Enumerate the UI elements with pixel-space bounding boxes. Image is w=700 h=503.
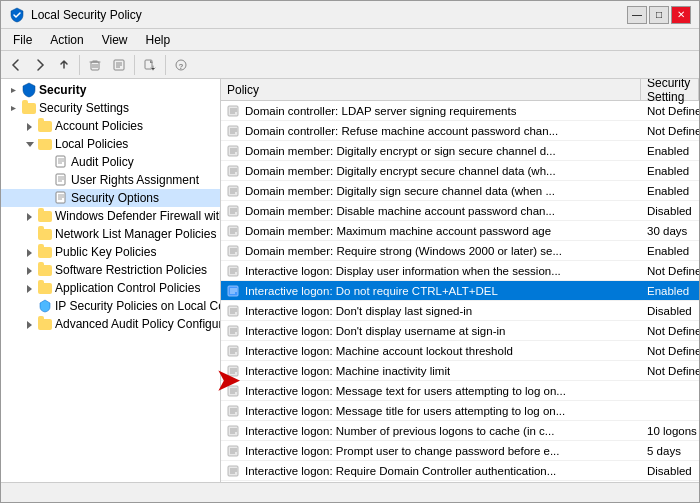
expander-public-key[interactable] <box>21 244 37 260</box>
sidebar-item-app-control[interactable]: Application Control Policies <box>1 279 220 297</box>
expander-software-restriction[interactable] <box>21 262 37 278</box>
help-button[interactable]: ? <box>170 54 192 76</box>
minimize-button[interactable]: — <box>627 6 647 24</box>
list-row[interactable]: Interactive logon: Number of previous lo… <box>221 421 699 441</box>
delete-button[interactable] <box>84 54 106 76</box>
list-row[interactable]: Interactive logon: Require Windows Hello… <box>221 481 699 482</box>
list-row[interactable]: Domain member: Digitally encrypt secure … <box>221 161 699 181</box>
export-button[interactable] <box>139 54 161 76</box>
list-row[interactable]: Interactive logon: Prompt user to change… <box>221 441 699 461</box>
toolbar-separator-2 <box>134 55 135 75</box>
sidebar-item-ip-security[interactable]: IP Security Policies on Local Compute... <box>1 297 220 315</box>
column-header-policy[interactable]: Policy <box>221 79 641 100</box>
app-control-label: Application Control Policies <box>55 281 200 295</box>
policy-cell: Domain member: Disable machine account p… <box>221 204 641 218</box>
sidebar-item-advanced-audit[interactable]: Advanced Audit Policy Configuration <box>1 315 220 333</box>
sidebar-item-network-list[interactable]: Network List Manager Policies <box>1 225 220 243</box>
policy-cell: Domain member: Require strong (Windows 2… <box>221 244 641 258</box>
row-policy-icon <box>227 104 241 118</box>
expander-user-rights <box>37 172 53 188</box>
setting-cell: Not Defined <box>641 325 699 337</box>
menu-bar: File Action View Help <box>1 29 699 51</box>
back-button[interactable] <box>5 54 27 76</box>
row-policy-icon <box>227 344 241 358</box>
toolbar: ? <box>1 51 699 79</box>
sidebar-item-audit-policy[interactable]: Audit Policy <box>1 153 220 171</box>
list-row[interactable]: Interactive logon: Machine inactivity li… <box>221 361 699 381</box>
list-row[interactable]: Domain controller: LDAP server signing r… <box>221 101 699 121</box>
expander-ip-security <box>21 298 37 314</box>
list-row[interactable]: Interactive logon: Do not require CTRL+A… <box>221 281 699 301</box>
toolbar-separator-1 <box>79 55 80 75</box>
forward-button[interactable] <box>29 54 51 76</box>
list-body[interactable]: Domain controller: Allow server operator… <box>221 101 699 482</box>
list-row[interactable]: Domain controller: Refuse machine accoun… <box>221 121 699 141</box>
user-rights-label: User Rights Assignment <box>71 173 199 187</box>
list-row[interactable]: Interactive logon: Machine account locko… <box>221 341 699 361</box>
setting-cell: Enabled <box>641 165 699 177</box>
list-row[interactable]: Domain member: Require strong (Windows 2… <box>221 241 699 261</box>
window-title: Local Security Policy <box>31 8 142 22</box>
sidebar-item-public-key[interactable]: Public Key Policies <box>1 243 220 261</box>
expander-app-control[interactable] <box>21 280 37 296</box>
policy-text: Domain member: Digitally encrypt secure … <box>245 165 556 177</box>
expander-advanced-audit[interactable] <box>21 316 37 332</box>
setting-cell: Enabled <box>641 245 699 257</box>
sidebar-item-security[interactable]: Security <box>1 81 220 99</box>
menu-help[interactable]: Help <box>138 31 179 49</box>
sidebar-item-account-policies[interactable]: Account Policies <box>1 117 220 135</box>
sidebar-item-local-policies[interactable]: Local Policies <box>1 135 220 153</box>
security-label: Security <box>39 83 86 97</box>
column-header-setting[interactable]: Security Setting <box>641 79 699 100</box>
close-button[interactable]: ✕ <box>671 6 691 24</box>
up-button[interactable] <box>53 54 75 76</box>
setting-cell: Not Defined <box>641 365 699 377</box>
main-window: Local Security Policy — □ ✕ File Action … <box>0 0 700 503</box>
row-policy-icon <box>227 264 241 278</box>
list-row[interactable]: Domain member: Maximum machine account p… <box>221 221 699 241</box>
expander-account-policies[interactable] <box>21 118 37 134</box>
menu-view[interactable]: View <box>94 31 136 49</box>
policy-cell: Interactive logon: Machine inactivity li… <box>221 364 641 378</box>
maximize-button[interactable]: □ <box>649 6 669 24</box>
list-row[interactable]: Domain member: Digitally sign secure cha… <box>221 181 699 201</box>
row-policy-icon <box>227 324 241 338</box>
policy-cell: Interactive logon: Number of previous lo… <box>221 424 641 438</box>
list-row[interactable]: Interactive logon: Display user informat… <box>221 261 699 281</box>
list-row[interactable]: Interactive logon: Don't display last si… <box>221 301 699 321</box>
expander-security-settings[interactable] <box>5 100 21 116</box>
menu-action[interactable]: Action <box>42 31 91 49</box>
policy-cell: Domain member: Digitally encrypt secure … <box>221 164 641 178</box>
list-row[interactable]: Interactive logon: Message title for use… <box>221 401 699 421</box>
security-settings-folder-icon <box>21 100 37 116</box>
ip-security-icon <box>37 298 53 314</box>
sidebar-item-security-settings[interactable]: Security Settings <box>1 99 220 117</box>
setting-cell: Enabled <box>641 185 699 197</box>
sidebar[interactable]: Security Security Settings <box>1 79 221 482</box>
sidebar-item-security-options[interactable]: Security Options <box>1 189 220 207</box>
list-row[interactable]: Interactive logon: Don't display usernam… <box>221 321 699 341</box>
sidebar-item-software-restriction[interactable]: Software Restriction Policies <box>1 261 220 279</box>
expander-security[interactable] <box>5 82 21 98</box>
list-row[interactable]: Domain member: Disable machine account p… <box>221 201 699 221</box>
expander-firewall[interactable] <box>21 208 37 224</box>
sidebar-item-windows-firewall[interactable]: Windows Defender Firewall with Adva... <box>1 207 220 225</box>
policy-text: Domain controller: Refuse machine accoun… <box>245 125 558 137</box>
setting-cell: Not Defined <box>641 265 699 277</box>
list-header: Policy Security Setting <box>221 79 699 101</box>
sidebar-item-user-rights[interactable]: User Rights Assignment <box>1 171 220 189</box>
policy-text: Domain member: Disable machine account p… <box>245 205 555 217</box>
menu-file[interactable]: File <box>5 31 40 49</box>
policy-cell: Interactive logon: Require Domain Contro… <box>221 464 641 478</box>
policy-text: Interactive logon: Display user informat… <box>245 265 561 277</box>
list-row[interactable]: Interactive logon: Message text for user… <box>221 381 699 401</box>
policy-text: Interactive logon: Machine inactivity li… <box>245 365 450 377</box>
properties-button[interactable] <box>108 54 130 76</box>
policy-cell: Domain controller: Refuse machine accoun… <box>221 124 641 138</box>
row-policy-icon <box>227 304 241 318</box>
list-row[interactable]: Domain member: Digitally encrypt or sign… <box>221 141 699 161</box>
advanced-audit-label: Advanced Audit Policy Configuration <box>55 317 221 331</box>
list-row[interactable]: Interactive logon: Require Domain Contro… <box>221 461 699 481</box>
expander-local-policies[interactable] <box>21 136 37 152</box>
svg-text:?: ? <box>179 62 184 71</box>
